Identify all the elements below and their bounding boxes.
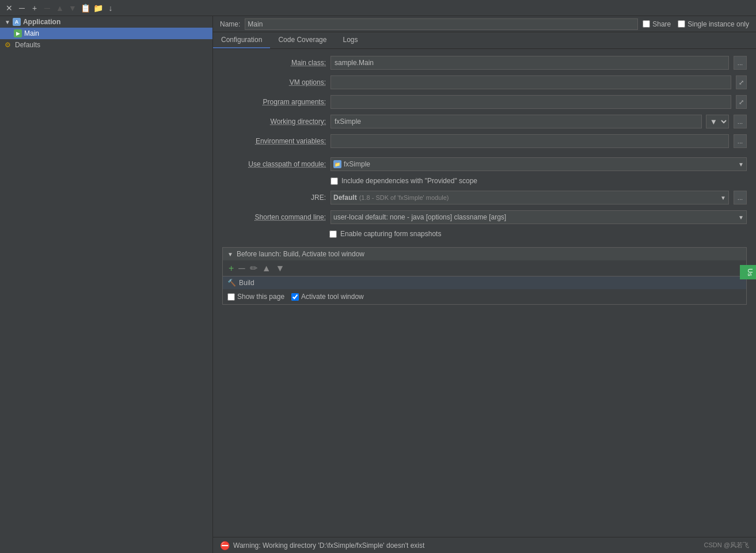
application-icon: A xyxy=(13,18,21,26)
single-instance-checkbox[interactable] xyxy=(678,20,685,28)
sidebar-main-label: Main xyxy=(24,29,39,37)
shorten-select-arrow[interactable]: ▼ xyxy=(738,214,744,221)
tab-logs[interactable]: Logs xyxy=(335,32,366,48)
shorten-select-text: user-local default: none - java [options… xyxy=(333,213,736,221)
right-panel[interactable]: Us xyxy=(740,265,756,279)
include-deps-row: Include dependencies with "Provided" sco… xyxy=(330,177,747,185)
main-class-row: Main class: ... xyxy=(222,56,747,70)
defaults-icon: ⚙ xyxy=(5,41,13,49)
build-icon: 🔨 xyxy=(227,279,235,287)
sidebar-item-defaults[interactable]: ⚙ Defaults xyxy=(0,39,212,51)
working-dir-dots-button[interactable]: ... xyxy=(734,115,747,128)
name-row: Name: Share Single instance only xyxy=(213,16,756,32)
working-dir-input[interactable] xyxy=(330,115,702,128)
bl-up-button: ▲ xyxy=(261,263,272,274)
program-args-row: Program arguments: ⤢ xyxy=(222,95,747,109)
before-launch-footer: Show this page Activate tool window xyxy=(223,289,746,304)
toolbar-icon-folder[interactable]: 📁 xyxy=(93,3,102,13)
build-item-label: Build xyxy=(239,279,254,287)
classpath-module-wrapper[interactable]: 📁 fxSimple ▼ xyxy=(330,157,747,171)
activate-window-label: Activate tool window xyxy=(301,293,364,301)
before-launch-title: Before launch: Build, Activate tool wind… xyxy=(237,250,364,258)
name-input[interactable] xyxy=(245,18,638,30)
activate-window-checkbox-item[interactable]: Activate tool window xyxy=(291,293,364,301)
enable-snapshots-label: Enable capturing form snapshots xyxy=(340,230,441,238)
program-args-label: Program arguments: xyxy=(222,98,326,106)
toolbar-icon-copy[interactable]: 📋 xyxy=(81,3,90,13)
toolbar-icon-close[interactable]: ✕ xyxy=(5,3,14,13)
name-label: Name: xyxy=(220,20,240,28)
tree-arrow-application: ▼ xyxy=(5,19,10,25)
share-checkbox[interactable] xyxy=(643,20,650,28)
content-area: Name: Share Single instance only Configu… xyxy=(213,16,756,553)
jre-label: JRE: xyxy=(222,194,326,202)
shorten-cmd-label: Shorten command line: xyxy=(222,213,326,221)
main-class-label: Main class: xyxy=(222,59,326,67)
status-bar: ⛔ Warning: Working directory 'D:\fxSimpl… xyxy=(213,537,756,553)
toolbar-icon-minus: ─ xyxy=(43,3,52,13)
jre-default-text: Default xyxy=(333,194,357,202)
jre-dots-button[interactable]: ... xyxy=(734,191,747,204)
warning-text: Warning: Working directory 'D:\fxSimple/… xyxy=(233,541,424,550)
module-icon: 📁 xyxy=(333,160,341,168)
tab-code-coverage[interactable]: Code Coverage xyxy=(270,32,335,48)
working-dir-row: Working directory: ▼ ... xyxy=(222,115,747,128)
program-args-input[interactable] xyxy=(330,95,731,109)
bl-down-button: ▼ xyxy=(275,263,286,274)
toolbar-icon-add[interactable]: + xyxy=(30,3,39,13)
env-vars-dots-button[interactable]: ... xyxy=(734,134,747,148)
show-page-checkbox-item[interactable]: Show this page xyxy=(227,293,284,301)
before-launch-toolbar: + ─ ✏ ▲ ▼ xyxy=(223,260,746,276)
include-deps-label: Include dependencies with "Provided" sco… xyxy=(341,177,477,185)
vm-options-row: VM options: ⤢ xyxy=(222,75,747,89)
vm-options-input[interactable] xyxy=(330,75,731,89)
sidebar-item-application[interactable]: ▼ A Application xyxy=(0,16,212,28)
before-launch-arrow: ▼ xyxy=(227,251,233,257)
bl-add-button[interactable]: + xyxy=(227,263,235,274)
classpath-label: Use classpath of module: xyxy=(222,160,326,168)
module-select-arrow[interactable]: ▼ xyxy=(738,161,744,168)
share-checkbox-item[interactable]: Share xyxy=(643,20,671,28)
classpath-row: Use classpath of module: 📁 fxSimple ▼ xyxy=(222,157,747,171)
before-launch-section: ▼ Before launch: Build, Activate tool wi… xyxy=(222,247,747,305)
sidebar: ▼ A Application ▶ Main ⚙ Defaults xyxy=(0,16,213,553)
main-class-input[interactable] xyxy=(330,56,729,70)
form-content: Main class: ... VM options: ⤢ Program ar… xyxy=(213,49,756,537)
enable-snapshots-checkbox[interactable] xyxy=(329,230,337,238)
csdn-label: CSDN @风若飞 xyxy=(704,541,749,550)
warning-icon: ⛔ xyxy=(220,541,230,550)
right-panel-label: Us xyxy=(747,268,754,276)
jre-input-wrapper: Default (1.8 - SDK of 'fxSimple' module)… xyxy=(330,191,729,204)
vm-options-expand-button[interactable]: ⤢ xyxy=(736,75,747,89)
sidebar-application-label: Application xyxy=(23,18,60,26)
show-page-label: Show this page xyxy=(237,293,284,301)
sidebar-defaults-label: Defaults xyxy=(15,41,40,49)
single-instance-label: Single instance only xyxy=(687,20,749,28)
shorten-cmd-row: Shorten command line: user-local default… xyxy=(222,210,747,224)
main-class-dots-button[interactable]: ... xyxy=(734,56,747,70)
sidebar-item-main[interactable]: ▶ Main xyxy=(0,28,212,39)
bl-remove-button: ─ xyxy=(237,263,246,274)
toolbar-icon-arrow[interactable]: ↓ xyxy=(106,3,115,13)
activate-window-checkbox[interactable] xyxy=(291,293,299,301)
tabs-bar: Configuration Code Coverage Logs xyxy=(213,32,756,49)
toolbar-icon-minimize[interactable]: ─ xyxy=(17,3,26,13)
toolbar-icon-down: ▼ xyxy=(68,3,77,13)
working-dir-wrapper xyxy=(330,115,702,128)
before-launch-header[interactable]: ▼ Before launch: Build, Activate tool wi… xyxy=(223,248,746,260)
header-checkboxes: Share Single instance only xyxy=(643,20,749,28)
jre-dropdown-arrow[interactable]: ▼ xyxy=(720,195,726,201)
main-run-icon: ▶ xyxy=(14,29,22,37)
shorten-select-wrapper[interactable]: user-local default: none - java [options… xyxy=(330,210,747,224)
toolbar-icon-up: ▲ xyxy=(55,3,64,13)
working-dir-dropdown[interactable]: ▼ xyxy=(706,115,729,128)
tab-configuration[interactable]: Configuration xyxy=(213,32,270,48)
jre-row: JRE: Default (1.8 - SDK of 'fxSimple' mo… xyxy=(222,191,747,204)
include-deps-checkbox[interactable] xyxy=(330,177,338,185)
env-vars-input[interactable] xyxy=(330,134,729,148)
share-label: Share xyxy=(652,20,671,28)
program-args-expand-button[interactable]: ⤢ xyxy=(736,95,747,109)
single-instance-checkbox-item[interactable]: Single instance only xyxy=(678,20,749,28)
show-page-checkbox[interactable] xyxy=(227,293,235,301)
build-item[interactable]: 🔨 Build xyxy=(223,276,746,289)
